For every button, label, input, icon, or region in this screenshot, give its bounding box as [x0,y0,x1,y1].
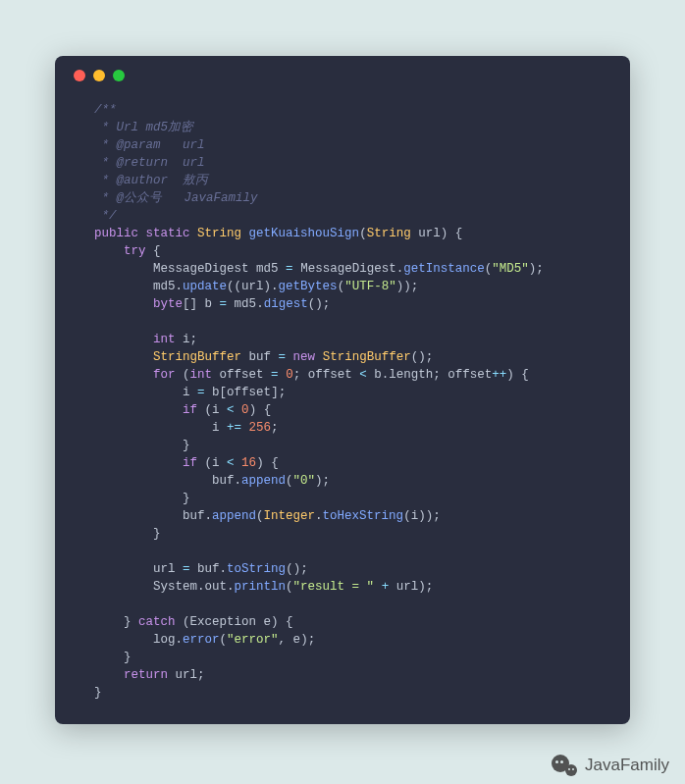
code-string: "MD5" [492,262,529,276]
code-var: i [183,333,190,346]
code-var: url [176,668,198,682]
code-var: i [411,509,419,523]
code-var: i [212,421,220,435]
code-function: error [183,633,220,647]
code-var: url [153,562,176,576]
code-comment: * @公众号 JavaFamily [94,191,258,205]
window-titlebar [55,56,630,81]
code-var: offset [220,368,264,382]
code-var: b [212,386,220,399]
watermark: JavaFamily [552,755,669,776]
code-var: md5 [235,297,257,311]
code-string: "result = " [293,580,375,594]
code-op: ++ [492,368,506,382]
code-var: url [396,580,419,594]
code-function: getKuaishouSign [249,227,360,240]
code-var: i [183,386,190,399]
code-obj: System [153,580,197,594]
code-keyword: try [124,244,146,258]
code-obj: out [205,580,228,594]
code-comment: * @author 敖丙 [94,174,208,187]
code-number: 0 [241,403,249,417]
code-number: 0 [286,368,293,382]
code-keyword: int [153,333,176,346]
code-block: /** * Url md5加密 * @param url * @return u… [55,81,630,721]
code-keyword: byte [153,297,183,311]
code-type: StringBuffer [153,350,241,364]
code-keyword: if [183,456,197,470]
code-keyword: public [94,227,138,240]
code-var: i [212,456,220,470]
code-var: offset [448,368,492,382]
code-var: md5 [256,262,279,276]
code-type: String [367,227,411,240]
code-var: e [264,615,272,629]
code-window: /** * Url md5加密 * @param url * @return u… [55,56,630,724]
code-keyword: for [153,368,176,382]
code-type: Exception [190,615,257,629]
code-var: i [212,403,220,417]
code-comment: /** [94,103,117,117]
code-comment: */ [94,209,117,223]
code-string: "0" [293,474,316,488]
window-maximize-icon [113,70,125,81]
code-keyword: static [146,227,190,240]
code-var: buf [197,562,220,576]
code-string: "UTF-8" [344,280,396,293]
code-var: offset [308,368,352,382]
code-function: toString [227,562,286,576]
code-number: 256 [249,421,272,435]
code-function: toHexString [323,509,404,523]
code-var: buf [249,350,272,364]
code-var: md5 [153,280,176,293]
wechat-icon [552,755,577,776]
window-minimize-icon [93,70,105,81]
code-type: String [197,227,241,240]
code-param: url [418,227,441,240]
code-type: MessageDigest [153,262,249,276]
code-number: 16 [241,456,256,470]
code-keyword: int [190,368,213,382]
code-keyword: return [124,668,168,682]
window-close-icon [74,70,85,81]
code-function: append [212,509,256,523]
code-function: getInstance [403,262,485,276]
code-prop: length [389,368,433,382]
code-var: buf [212,474,235,488]
code-obj: log [153,633,176,647]
code-type: StringBuffer [323,350,411,364]
code-keyword: new [293,350,316,364]
code-var: b [205,297,213,311]
code-op: < [227,403,235,417]
code-var: b [374,368,382,382]
code-keyword: if [183,403,197,417]
code-function: getBytes [279,280,338,293]
code-type: Integer [264,509,316,523]
code-var: e [293,633,301,647]
code-var: buf [183,509,205,523]
code-comment: * @param url [94,138,205,152]
code-function: digest [264,297,308,311]
code-var: url [241,280,264,293]
code-function: append [241,474,286,488]
code-var: offset [227,386,271,399]
watermark-text: JavaFamily [585,756,669,775]
code-comment: * @return url [94,156,205,170]
code-type: MessageDigest [300,262,396,276]
code-op: + [382,580,390,594]
code-op: += [227,421,241,435]
code-string: "error" [227,633,279,647]
code-function: println [235,580,287,594]
code-function: update [183,280,227,293]
code-op: < [359,368,367,382]
code-keyword: catch [138,615,176,629]
code-op: < [227,456,235,470]
code-comment: * Url md5加密 [94,121,193,134]
